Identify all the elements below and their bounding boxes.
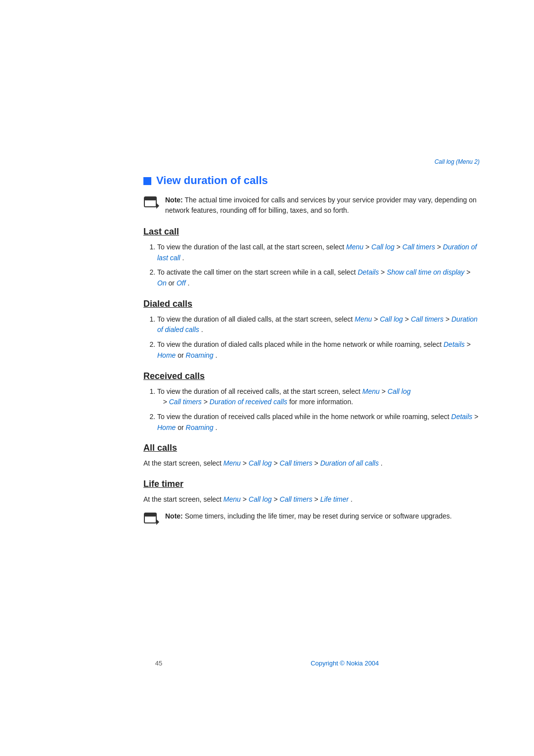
note-label: Note:	[165, 196, 183, 204]
link-call-timers: Call timers	[402, 243, 435, 251]
link-call-timers: Call timers	[169, 398, 202, 406]
link-roaming: Roaming	[186, 424, 214, 431]
page-footer: 45 Copyright © Nokia 2004	[0, 660, 534, 667]
link-menu: Menu	[223, 495, 241, 503]
list-item: To view the duration of received calls p…	[157, 412, 480, 433]
list-item: To view the duration of dialed calls pla…	[157, 339, 480, 361]
link-call-log: Call log	[371, 243, 395, 251]
page-container: Call log (Menu 2) View duration of calls…	[0, 0, 534, 756]
link-duration-all-calls: Duration of all calls	[320, 459, 379, 467]
svg-rect-1	[144, 197, 156, 200]
top-note-box: Note: The actual time invoiced for calls…	[143, 195, 480, 216]
blue-square-icon	[143, 177, 151, 185]
link-call-log: Call log	[249, 459, 272, 467]
note-icon-2	[143, 512, 159, 526]
link-menu: Menu	[362, 387, 380, 395]
subsection-all-calls: All calls At the start screen, select Me…	[143, 443, 480, 469]
note-label-2: Note:	[165, 512, 183, 520]
list-item: To view the duration of all dialed calls…	[157, 314, 480, 335]
subsection-last-call: Last call To view the duration of the la…	[143, 227, 480, 289]
link-roaming: Roaming	[186, 351, 214, 359]
subsection-dialed-calls: Dialed calls To view the duration of all…	[143, 299, 480, 361]
link-off: Off	[177, 279, 186, 287]
list-item: To view the duration of all received cal…	[157, 386, 480, 408]
link-home: Home	[157, 351, 176, 359]
life-timer-note-content: Some timers, including the life timer, m…	[185, 512, 452, 520]
note-icon	[143, 196, 159, 210]
subsection-title-received-calls: Received calls	[143, 371, 480, 381]
link-call-timers: Call timers	[280, 459, 312, 467]
life-timer-para: At the start screen, select Menu > Call …	[143, 494, 480, 505]
link-home: Home	[157, 424, 176, 431]
link-duration-received: Duration of received calls	[210, 398, 287, 406]
subsection-title-last-call: Last call	[143, 227, 480, 237]
subsection-life-timer: Life timer At the start screen, select M…	[143, 479, 480, 526]
life-timer-note-box: Note: Some timers, including the life ti…	[143, 511, 480, 526]
link-details: Details	[357, 268, 379, 276]
link-on: On	[157, 279, 167, 287]
link-call-timers: Call timers	[280, 495, 312, 503]
subsection-title-dialed-calls: Dialed calls	[143, 299, 480, 309]
life-timer-note-text: Note: Some timers, including the life ti…	[165, 511, 452, 521]
link-call-log: Call log	[380, 315, 403, 323]
link-call-log: Call log	[249, 495, 272, 503]
page-number: 45	[155, 660, 162, 667]
list-item: To view the duration of the last call, a…	[157, 242, 480, 263]
chapter-reference: Call log (Menu 2)	[143, 158, 480, 165]
top-note-text: Note: The actual time invoiced for calls…	[165, 195, 480, 216]
svg-rect-3	[144, 513, 156, 517]
link-details: Details	[444, 340, 465, 348]
note-content: The actual time invoiced for calls and s…	[165, 196, 477, 214]
link-details: Details	[451, 413, 473, 421]
last-call-list: To view the duration of the last call, a…	[153, 242, 480, 289]
link-life-timer: Life timer	[320, 495, 349, 503]
copyright-text: Copyright © Nokia 2004	[311, 660, 379, 667]
chapter-ref-text: Call log (Menu 2)	[435, 158, 480, 165]
link-menu: Menu	[355, 315, 372, 323]
section-title-row: View duration of calls	[143, 174, 480, 187]
link-show-call-time: Show call time on display	[387, 268, 464, 276]
dialed-calls-list: To view the duration of all dialed calls…	[153, 314, 480, 361]
received-calls-list: To view the duration of all received cal…	[153, 386, 480, 433]
link-menu: Menu	[223, 459, 241, 467]
link-call-log: Call log	[388, 387, 411, 395]
list-item: To activate the call timer on the start …	[157, 267, 480, 288]
link-call-timers: Call timers	[411, 315, 444, 323]
subsection-title-life-timer: Life timer	[143, 479, 480, 489]
all-calls-para: At the start screen, select Menu > Call …	[143, 458, 480, 469]
subsection-received-calls: Received calls To view the duration of a…	[143, 371, 480, 433]
subsection-title-all-calls: All calls	[143, 443, 480, 453]
link-menu: Menu	[346, 243, 363, 251]
content-area: Call log (Menu 2) View duration of calls…	[143, 158, 480, 537]
main-section-title: View duration of calls	[156, 174, 268, 187]
